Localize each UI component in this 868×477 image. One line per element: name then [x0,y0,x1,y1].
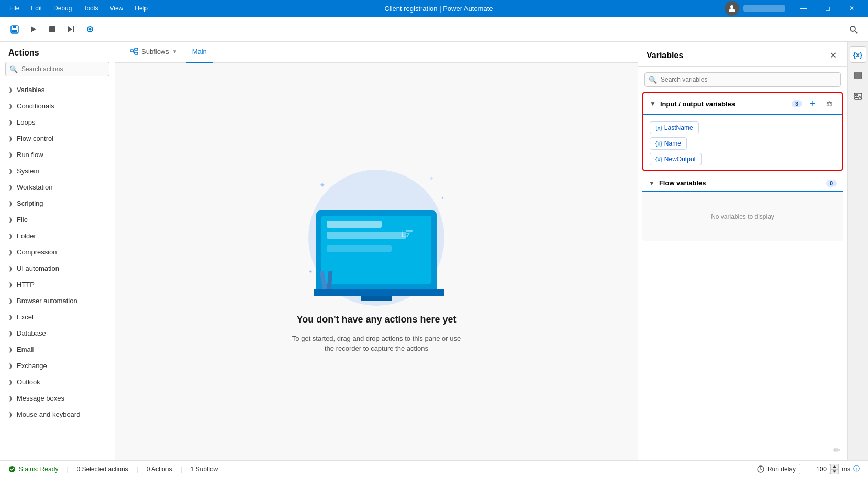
action-item-message-boxes[interactable]: ❱ Message boxes [0,390,115,406]
tab-main[interactable]: Main [186,42,213,63]
action-label: Loops [17,118,35,126]
chevron-icon: ❱ [8,184,13,190]
action-item-folder[interactable]: ❱ Folder [0,228,115,244]
user-avatar[interactable] [725,1,739,16]
variable-icon: {x} [655,140,662,147]
menu-edit[interactable]: Edit [26,3,47,14]
action-label: Mouse and keyboard [17,411,80,418]
image-button[interactable] [850,88,866,105]
variable-item-newoutput[interactable]: {x} NewOutput [650,153,702,165]
action-label: Exchange [17,362,47,370]
action-item-browser-automation[interactable]: ❱ Browser automation [0,293,115,309]
actions-list: ❱ Variables ❱ Conditionals ❱ Loops ❱ Flo… [0,82,115,460]
actions-header: Actions [0,42,115,62]
filter-variables-button[interactable]: ⚖ [823,97,836,110]
minimize-button[interactable]: — [792,0,816,17]
action-item-http[interactable]: ❱ HTTP [0,276,115,293]
variables-close-button[interactable]: ✕ [828,48,839,62]
toolbar [0,17,868,42]
chevron-icon: ❱ [8,217,13,223]
action-item-system[interactable]: ❱ System [0,163,115,179]
input-output-section-header[interactable]: ▼ Input / output variables 3 + ⚖ [643,93,842,114]
action-item-database[interactable]: ❱ Database [0,325,115,341]
menu-help[interactable]: Help [129,3,153,14]
next-step-button[interactable] [63,21,80,38]
run-delay-input[interactable] [799,464,830,474]
run-delay-increment[interactable]: ▲ [830,464,839,469]
subflows-icon [130,48,138,56]
menu-tools[interactable]: Tools [78,3,103,14]
close-button[interactable]: ✕ [840,0,864,17]
action-item-compression[interactable]: ❱ Compression [0,244,115,260]
action-item-email[interactable]: ❱ Email [0,341,115,358]
separator: | [137,465,138,473]
svg-point-22 [855,95,857,96]
run-button[interactable] [25,21,42,38]
subflows-chevron-icon: ▼ [172,49,177,54]
action-item-variables[interactable]: ❱ Variables [0,82,115,98]
svg-point-0 [730,5,733,8]
svg-marker-6 [68,26,72,32]
tab-subflows[interactable]: Subflows ▼ [124,42,184,63]
search-variables-input[interactable] [644,72,841,87]
chevron-icon: ❱ [8,282,13,287]
svg-rect-15 [135,52,138,54]
svg-rect-3 [12,30,17,32]
chevron-icon: ❱ [8,168,13,174]
menu-debug[interactable]: Debug [48,3,77,14]
variable-item-lastname[interactable]: {x} LastName [650,121,699,134]
subflows-tab-label: Subflows [141,48,169,56]
clear-icon[interactable]: ✏ [833,445,841,456]
flow-variables-empty-message: No variables to display [642,192,843,241]
action-item-loops[interactable]: ❱ Loops [0,114,115,130]
chevron-icon: ❱ [8,87,13,93]
chevron-icon: ❱ [8,119,13,125]
action-item-outlook[interactable]: ❱ Outlook [0,374,115,390]
run-delay-decrement[interactable]: ▼ [830,469,839,474]
action-label: Email [17,346,34,353]
menu-view[interactable]: View [104,3,128,14]
action-item-flow-control[interactable]: ❱ Flow control [0,130,115,147]
svg-rect-14 [135,48,138,50]
status-bar: Status: Ready | 0 Selected actions | 0 A… [0,460,868,477]
action-label: Message boxes [17,394,64,402]
action-item-conditionals[interactable]: ❱ Conditionals [0,98,115,114]
actions-count: 0 Actions [147,465,172,473]
menu-file[interactable]: File [4,3,25,14]
toolbar-search-button[interactable] [845,21,862,38]
variable-items-list: {x} LastName {x} Name {x} NewOutput [643,119,842,170]
action-item-excel[interactable]: ❱ Excel [0,309,115,325]
action-item-exchange[interactable]: ❱ Exchange [0,358,115,374]
layers-button[interactable] [850,67,866,84]
stop-button[interactable] [44,21,61,38]
record-button[interactable] [82,21,98,38]
add-variable-button[interactable]: + [806,97,819,110]
action-label: Excel [17,313,34,321]
sparkle-icon: ✦ [319,180,326,190]
action-item-run-flow[interactable]: ❱ Run flow [0,147,115,163]
svg-line-12 [855,31,857,33]
maximize-button[interactable]: ◻ [816,0,840,17]
flow-canvas: ✦ ✦ ✦ ✦ ☞ [115,63,638,460]
action-label: System [17,167,39,175]
chevron-icon: ❱ [8,201,13,206]
section-divider [643,114,842,115]
flow-area: Subflows ▼ Main ✦ ✦ ✦ ✦ [115,42,638,460]
info-icon[interactable]: ⓘ [853,464,860,473]
search-actions-input[interactable] [5,62,109,76]
flow-variables-header[interactable]: ▼ Flow variables 0 [642,175,843,191]
action-item-ui-automation[interactable]: ❱ UI automation [0,260,115,276]
empty-state-illustration: ✦ ✦ ✦ ✦ ☞ [303,170,450,306]
run-delay-input-group: ▲ ▼ [799,464,839,474]
action-item-scripting[interactable]: ❱ Scripting [0,195,115,212]
variables-toggle-button[interactable]: {x} [850,46,866,63]
action-label: Outlook [17,378,40,386]
action-label: Browser automation [17,297,77,305]
chevron-down-icon: ▼ [650,100,656,107]
action-item-file[interactable]: ❱ File [0,212,115,228]
save-button[interactable] [6,21,23,38]
action-item-mouse-keyboard[interactable]: ❱ Mouse and keyboard [0,406,115,423]
variable-item-name[interactable]: {x} Name [650,137,687,150]
tabs-bar: Subflows ▼ Main [115,42,638,63]
action-item-workstation[interactable]: ❱ Workstation [0,179,115,195]
